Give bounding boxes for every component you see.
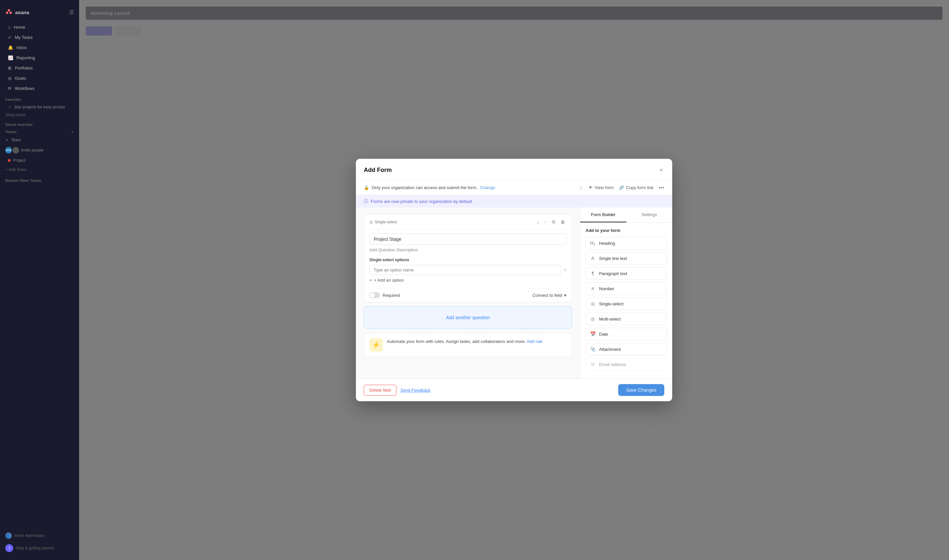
add-form-modal: Add Form × 🔒 Only your organization can … [356,159,672,401]
connect-to-field-btn[interactable]: Connect to field ▾ [533,293,567,298]
modal-title: Add Form [364,167,392,174]
target-icon: ◎ [8,76,12,81]
copy-form-link-btn[interactable]: 🔗 Copy form link [619,185,653,190]
field-option-attachment[interactable]: 📎 Attachment [585,343,667,355]
required-toggle-switch[interactable] [370,292,380,298]
delete-field-button[interactable]: Delete field [364,385,396,395]
automate-card: ⚡ Automate your form with rules. Assign … [364,333,572,357]
multi-select-icon: ◎ [590,316,596,322]
lock-icon: 🔒 [364,185,369,190]
info-right: ☆ 👁 View form 🔗 Copy form link ••• [579,185,664,191]
form-area: ◎ Single-select ↓ ↑ ⧉ 🗑 [356,208,580,378]
help-avatar: ? [5,544,13,552]
sidebar-item-home[interactable]: ⌂ Home [3,22,77,32]
svg-point-1 [6,12,8,14]
add-another-question-btn[interactable]: Add another question [364,306,572,329]
chevron-down-icon: ▼ [5,138,9,142]
email-icon: ✉ [590,362,596,367]
info-text: Only your organization can access and su… [372,185,478,190]
sidebar-item-portfolios[interactable]: ⊞ Portfolios [3,63,77,73]
delete-card-btn[interactable]: 🗑 [559,219,567,225]
bell-icon: 🔔 [8,45,13,50]
option-input[interactable] [370,265,561,275]
send-feedback-button[interactable]: Send Feedback [401,385,430,395]
card-body: Add Question Description Single-select o… [364,229,572,288]
option-clear-btn[interactable]: × [564,268,567,273]
svg-point-0 [8,9,10,12]
main-content: Marketing Launch Add Form × 🔒 Only your … [79,0,949,560]
more-options-icon[interactable]: ••• [659,185,664,191]
invite-people-row[interactable]: WW Invite people [0,144,79,156]
avatar-gray1 [12,147,19,154]
add-team-icon[interactable]: + [71,129,74,134]
tab-settings[interactable]: Settings [626,208,673,222]
modal-footer: Delete field Send Feedback Save Changes [356,378,672,401]
info-bar: 🔒 Only your organization can access and … [356,180,672,195]
sidebar-item-goals[interactable]: ◎ Goals [3,73,77,83]
star-projects-item[interactable]: ☆ Star projects for easy access [0,103,79,111]
link-icon: 🔗 [619,185,624,190]
number-icon: # [590,286,596,291]
star-icon: ☆ [8,105,12,109]
plus-icon: + [370,278,372,283]
star-button[interactable]: ☆ [579,185,583,191]
avatar-ww: WW [5,147,12,154]
team-item[interactable]: ▼ Team [0,136,79,144]
show-more[interactable]: Show more [0,111,79,118]
invite-label[interactable]: Invite people [21,148,43,152]
required-toggle: Required [370,292,400,298]
add-rule-link[interactable]: Add rule [527,339,542,344]
close-button[interactable]: × [658,165,664,175]
help-item[interactable]: ? Help & getting started [0,542,79,555]
option-row: × [370,265,567,275]
teams-label: Teams [5,130,17,134]
field-option-paragraph[interactable]: ¶ Paragraph text [585,267,667,280]
invite-avatars: WW [5,147,19,154]
menu-icon[interactable]: ☰ [69,9,74,15]
field-option-multi-select[interactable]: ◎ Multi-select [585,312,667,325]
change-link[interactable]: Change [480,185,495,190]
field-option-date[interactable]: 📅 Date [585,328,667,340]
move-down-btn[interactable]: ↓ [535,219,541,225]
saved-searches-label: Saved searches [0,118,79,128]
check-circle-icon: ✓ [8,35,12,40]
card-footer: Required Connect to field ▾ [364,288,572,302]
add-team-btn[interactable]: + Add Team [0,165,79,175]
home-icon: ⌂ [8,25,11,30]
right-panel: Form Builder Settings Add to your form H… [580,208,672,378]
sidebar-item-reporting[interactable]: 📈 Reporting [3,53,77,63]
modal-body: ◎ Single-select ↓ ↑ ⧉ 🗑 [356,208,672,378]
sidebar-item-my-tasks[interactable]: ✓ My Tasks [3,32,77,43]
field-option-email[interactable]: ✉ Email address [585,358,667,371]
save-changes-button[interactable]: Save Changes [618,384,664,396]
field-option-single-line[interactable]: A Single line text [585,252,667,265]
tab-form-builder[interactable]: Form Builder [580,208,626,222]
sidebar-item-workflows[interactable]: ⟳ Workflows [3,83,77,94]
invite-teammates-item[interactable]: 👥 Invite teammates [0,530,79,542]
panel-content: Add to your form H₁ Heading A Single lin… [580,223,672,378]
project-item[interactable]: Project [0,156,79,165]
panel-tabs: Form Builder Settings [580,208,672,223]
project-dot [8,159,11,162]
single-line-icon: A [590,255,596,261]
options-label: Single-select options [370,258,567,262]
add-description-btn[interactable]: Add Question Description [370,245,567,254]
footer-left: Delete field Send Feedback [364,385,430,395]
field-option-heading[interactable]: H₁ Heading [585,237,667,249]
app-name: asana [15,9,29,15]
duplicate-btn[interactable]: ⧉ [551,218,556,225]
heading-icon: H₁ [590,240,596,246]
question-input[interactable] [370,234,567,245]
field-option-number[interactable]: # Number [585,282,667,295]
favorites-label: Favorites [0,94,79,103]
form-card: ◎ Single-select ↓ ↑ ⧉ 🗑 [364,214,572,302]
workflow-icon: ⟳ [8,86,12,91]
field-option-single-select[interactable]: ◎ Single-select [585,297,667,310]
move-up-btn[interactable]: ↑ [543,219,548,225]
card-actions: ↓ ↑ ⧉ 🗑 [535,218,567,225]
grid-icon: ⊞ [8,66,12,71]
privacy-notice: ⓘ Forms are now private to your organiza… [356,195,672,208]
view-form-btn[interactable]: 👁 View form [589,185,614,190]
sidebar-item-inbox[interactable]: 🔔 Inbox [3,43,77,53]
add-option-btn[interactable]: + + Add an option [370,276,404,284]
